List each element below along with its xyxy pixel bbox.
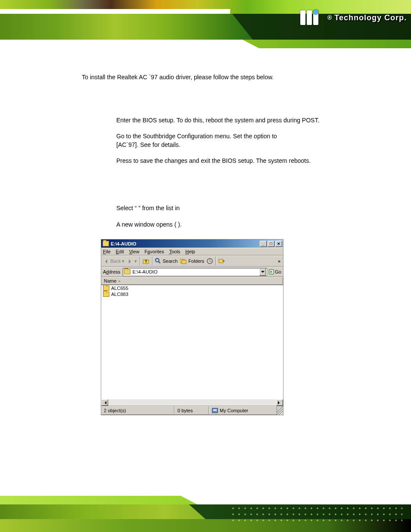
file-list[interactable]: ALC655 ALC883 bbox=[101, 285, 283, 399]
file-name: ALC655 bbox=[111, 286, 128, 291]
close-button[interactable]: ✕ bbox=[275, 241, 282, 247]
menu-file[interactable]: File bbox=[103, 249, 111, 254]
svg-rect-4 bbox=[182, 260, 186, 264]
registered-mark: ® bbox=[327, 14, 332, 21]
move-to-icon bbox=[218, 258, 225, 264]
folders-button[interactable]: Folders bbox=[180, 258, 204, 264]
brand-logo: ® Technology Corp. bbox=[300, 10, 407, 25]
page-content: To install the Realtek AC `97 audio driv… bbox=[82, 73, 372, 415]
go-icon bbox=[269, 269, 274, 274]
menu-help[interactable]: Help bbox=[185, 249, 195, 254]
horizontal-scrollbar[interactable] bbox=[101, 399, 283, 406]
separator bbox=[215, 257, 216, 265]
step-text: ). bbox=[178, 221, 182, 228]
address-label: Address bbox=[103, 269, 120, 274]
folder-icon bbox=[103, 286, 109, 291]
back-icon bbox=[103, 258, 109, 264]
step-text: Press bbox=[116, 157, 134, 164]
window-title: E:\4-AUDIO bbox=[111, 241, 259, 246]
step-line: Enter the BIOS setup. To do this, reboot… bbox=[116, 116, 372, 125]
banner-stripe bbox=[0, 40, 411, 48]
step-text: ” from the list in bbox=[138, 205, 180, 212]
forward-icon bbox=[127, 258, 133, 264]
folder-icon bbox=[103, 292, 109, 297]
brand-text: Technology Corp. bbox=[334, 13, 407, 22]
folder-icon bbox=[103, 241, 109, 246]
step-text: [AC`97]. See bbox=[116, 141, 153, 148]
step-line: Press to save the changes and exit the B… bbox=[116, 157, 372, 165]
address-dropdown[interactable] bbox=[259, 268, 266, 276]
back-button[interactable]: Back ▾ bbox=[103, 258, 125, 264]
step-text: Go to the Southbridge Configuration menu… bbox=[116, 133, 254, 140]
iei-logo-icon bbox=[300, 10, 325, 25]
status-bytes: 0 bytes bbox=[174, 406, 209, 415]
step-text: option to bbox=[254, 133, 277, 140]
status-objects: 2 object(s) bbox=[101, 406, 174, 415]
minimize-button[interactable]: _ bbox=[260, 241, 267, 247]
step-line: Select “ ” from the list in bbox=[116, 204, 372, 213]
status-bar: 2 object(s) 0 bytes My Computer bbox=[101, 406, 283, 415]
top-banner: ® Technology Corp. bbox=[0, 0, 411, 56]
menu-favorites[interactable]: Favorites bbox=[144, 249, 164, 254]
up-folder-icon bbox=[143, 258, 149, 264]
step-text: for details. bbox=[153, 141, 181, 148]
toolbar-overflow[interactable]: » bbox=[278, 258, 281, 264]
history-button[interactable] bbox=[207, 258, 213, 264]
back-label: Back bbox=[110, 258, 121, 264]
menu-tools[interactable]: Tools bbox=[169, 249, 181, 254]
history-icon bbox=[207, 258, 213, 264]
up-button[interactable] bbox=[143, 258, 149, 264]
folder-icon bbox=[124, 269, 131, 274]
forward-button[interactable]: ▾ bbox=[127, 258, 137, 264]
banner-stripe bbox=[0, 496, 411, 504]
folders-label: Folders bbox=[188, 258, 204, 264]
step-line: A new window opens ( ). bbox=[116, 221, 372, 229]
scroll-track[interactable] bbox=[108, 399, 276, 406]
toolbar: Back ▾ ▾ Search Folders » bbox=[101, 255, 283, 267]
svg-line-7 bbox=[210, 261, 211, 262]
sort-asc-icon bbox=[118, 279, 121, 282]
step-text: A new window opens ( bbox=[116, 221, 176, 228]
separator bbox=[152, 257, 153, 265]
computer-icon bbox=[212, 408, 218, 413]
menu-bar: File Edit View Favorites Tools Help bbox=[101, 248, 283, 255]
search-button[interactable]: Search bbox=[155, 258, 177, 264]
step-text: to save the changes and exit the BIOS se… bbox=[134, 157, 311, 164]
resize-grip[interactable] bbox=[277, 406, 283, 415]
svg-line-2 bbox=[159, 261, 160, 263]
status-location-text: My Computer bbox=[220, 408, 248, 413]
list-item[interactable]: ALC655 bbox=[101, 285, 283, 291]
status-location: My Computer bbox=[209, 406, 277, 415]
install-steps: Select “ ” from the list in A new window… bbox=[116, 204, 372, 229]
move-to-button[interactable] bbox=[218, 258, 225, 264]
titlebar[interactable]: E:\4-AUDIO _ □ ✕ bbox=[101, 240, 283, 248]
search-icon bbox=[155, 258, 161, 264]
step-line: Go to the Southbridge Configuration menu… bbox=[116, 132, 372, 149]
step-text: during POST. bbox=[283, 117, 319, 124]
folders-icon bbox=[180, 258, 187, 264]
address-bar: Address E:\4-AUDIO Go bbox=[101, 267, 283, 277]
svg-point-1 bbox=[156, 258, 159, 262]
maximize-button[interactable]: □ bbox=[268, 241, 274, 247]
address-value: E:\4-AUDIO bbox=[132, 269, 157, 274]
intro-text: To install the Realtek AC `97 audio driv… bbox=[82, 73, 372, 82]
scroll-right-button[interactable] bbox=[276, 399, 283, 406]
file-name: ALC883 bbox=[111, 292, 128, 297]
column-label: Name bbox=[104, 278, 116, 283]
step-text: Select “ bbox=[116, 205, 137, 212]
bottom-banner bbox=[0, 485, 411, 532]
list-header: Name bbox=[101, 277, 283, 285]
menu-edit[interactable]: Edit bbox=[116, 249, 124, 254]
list-item[interactable]: ALC883 bbox=[101, 291, 283, 297]
search-label: Search bbox=[162, 258, 177, 264]
address-input[interactable]: E:\4-AUDIO bbox=[123, 268, 267, 276]
go-label: Go bbox=[275, 269, 281, 274]
separator bbox=[140, 257, 140, 265]
menu-view[interactable]: View bbox=[129, 249, 140, 254]
bios-steps: Enter the BIOS setup. To do this, reboot… bbox=[116, 116, 372, 165]
explorer-window: E:\4-AUDIO _ □ ✕ File Edit View Favorite… bbox=[101, 239, 283, 415]
step-text: Enter the BIOS setup. To do this, reboot… bbox=[116, 117, 283, 124]
scroll-left-button[interactable] bbox=[101, 399, 108, 406]
column-name[interactable]: Name bbox=[101, 277, 283, 284]
go-button[interactable]: Go bbox=[269, 269, 281, 274]
